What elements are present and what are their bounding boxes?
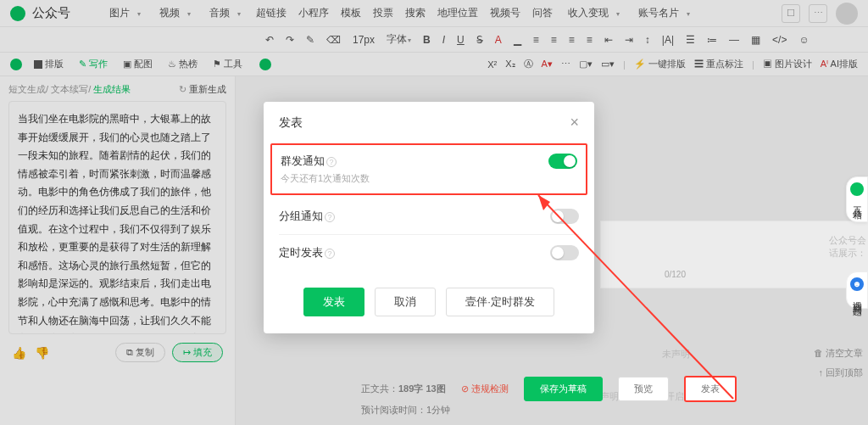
bottom-bar: 正文共：189字 13图 ⊘ 违规检测 保存为草稿 预览 发表 预计阅读时间：1…	[236, 367, 868, 425]
info-icon-2[interactable]: ?	[325, 212, 335, 222]
side-toolbox[interactable]: 工具箱 ‹	[846, 176, 868, 222]
save-draft-button[interactable]: 保存为草稿	[524, 377, 603, 401]
mass-notify-sub: 今天还有1次通知次数	[281, 172, 577, 185]
publish-button[interactable]: 发表	[684, 376, 737, 402]
modal-title: 发表	[279, 115, 303, 131]
info-icon-3[interactable]: ?	[325, 249, 335, 259]
row-group-notify: 分组通知?	[279, 199, 579, 235]
collapse-icon[interactable]: ‹	[849, 206, 865, 216]
row-schedule: 定时发表?	[279, 235, 579, 271]
toolbox-icon	[850, 182, 864, 196]
title-count: 0/120	[665, 270, 686, 279]
schedule-toggle[interactable]	[550, 245, 579, 260]
right-quick-links: 🗑 清空文章 ↑ 回到顶部	[814, 347, 863, 379]
session-hint: 公众号会话展示：	[829, 234, 868, 260]
mass-notify-label: 群发通知	[281, 154, 325, 167]
mass-notify-toggle[interactable]	[548, 154, 577, 169]
feedback-label: 遇到问题	[851, 294, 864, 301]
feedback-icon: ☻	[850, 277, 864, 291]
group-notify-label: 分组通知	[279, 210, 323, 222]
declare-status: 未声明	[662, 348, 690, 361]
preview-button[interactable]: 预览	[618, 377, 669, 401]
title-input-bg	[600, 221, 868, 288]
row-mass-notify: 群发通知? 今天还有1次通知次数	[270, 143, 587, 195]
toolbox-label: 工具箱	[851, 199, 864, 204]
modal-cancel-button[interactable]: 取消	[375, 288, 436, 316]
info-icon[interactable]: ?	[326, 157, 337, 167]
read-time: 预计阅读时间：1分钟	[361, 404, 450, 417]
word-count: 正文共：189字 13图	[361, 383, 446, 395]
side-feedback[interactable]: ☻ 遇到问题	[846, 271, 868, 309]
close-icon[interactable]: ×	[570, 114, 579, 131]
modal-companion-button[interactable]: 壹伴·定时群发	[446, 288, 554, 316]
schedule-label: 定时发表	[279, 246, 323, 259]
violation-check[interactable]: ⊘ 违规检测	[461, 383, 509, 395]
clear-article-link[interactable]: 🗑 清空文章	[814, 347, 863, 360]
back-to-top-link[interactable]: ↑ 回到顶部	[814, 366, 863, 379]
publish-modal: 发表 × 群发通知? 今天还有1次通知次数 分组通知? 定时发表? 发表 取消 …	[264, 102, 594, 333]
modal-publish-button[interactable]: 发表	[303, 288, 364, 316]
group-notify-toggle[interactable]	[550, 209, 579, 224]
